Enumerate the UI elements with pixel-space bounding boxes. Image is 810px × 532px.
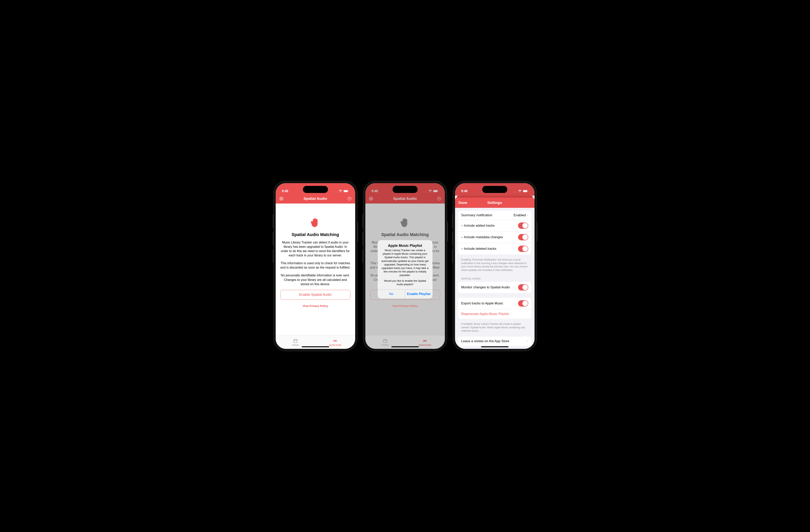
svg-rect-10 [438,191,438,192]
nav-bar: Spatial Audio [276,194,355,204]
footer-note-summary: Enabling 'Summary Notification' will sen… [458,256,531,276]
phone-3: 9:48 .... Done Settings [453,181,537,351]
modal-overlay: Apple Music Playlist Music Library Track… [366,204,445,335]
alert-dialog: Apple Music Playlist Music Library Track… [378,240,433,299]
footer-note-export: If enabled, Music Library Tracker will c… [458,321,531,337]
chevron-right-icon: › [527,213,528,217]
svg-rect-1 [344,190,348,192]
paragraph-2: This information is used only to check f… [276,261,355,270]
svg-rect-17 [523,190,527,192]
refresh-icon[interactable] [347,196,352,201]
alert-enable-button[interactable]: Enable Playlist [405,290,433,299]
row-include-deleted: – Include deleted tracks [458,243,531,255]
battery-icon [343,190,349,193]
heading: Spatial Audio Matching [276,232,355,237]
svg-point-11 [370,197,373,200]
nav-title: Spatial Audio [374,196,437,201]
row-label: – Include added tracks [461,224,495,228]
svg-point-7 [335,340,336,341]
spatial-audio-icon [333,338,338,343]
home-indicator[interactable] [481,346,508,347]
svg-rect-9 [434,190,437,192]
alert-message: Music Library Tracker can create a playl… [378,248,433,289]
tab-activity-label: Activity [382,344,389,346]
dynamic-island [482,186,507,193]
cellular-dots-icon: .... [423,190,427,193]
calendar-icon [383,338,388,343]
spatial-audio-icon [422,338,427,343]
toggle-include-added[interactable] [518,223,528,229]
paragraph-1: Music Library Tracker can detect if audi… [276,240,355,258]
alert-title: Apple Music Playlist [378,240,433,248]
toggle-include-metadata[interactable] [518,234,528,240]
wifi-icon [428,190,432,193]
svg-point-3 [280,197,283,200]
battery-icon [433,190,439,193]
hand-icon [310,217,321,228]
wifi-icon [518,190,522,193]
svg-rect-6 [294,339,297,343]
content-area: Spatial Audio Matching Music Library Tra… [276,204,355,335]
svg-point-4 [280,198,282,199]
row-label: Regenerate Apple Music Playlist [461,312,509,316]
toggle-monitor-spatial[interactable] [518,284,528,290]
phone-2: 9:48 .... Spatial Audio Spatial Audio Ma… [363,181,447,351]
privacy-policy-link[interactable]: View Privacy Policy [276,304,355,308]
toggle-include-deleted[interactable] [518,246,528,252]
toggle-export[interactable] [518,300,528,307]
alert-no-button[interactable]: No [378,290,405,299]
svg-rect-2 [348,191,349,192]
row-label: – Include deleted tracks [461,247,497,251]
section-header-spatial: SPATIAL AUDIO [458,276,531,282]
home-indicator[interactable] [302,346,329,347]
dynamic-island [392,186,418,193]
phone-1: 9:48 .... Spatial Audio Spatial Audio Ma… [273,181,357,351]
row-value: Enabled [514,213,526,217]
tab-spatial-label: Spatial Audio [419,344,431,346]
content-area-dimmed: Spatial Audio Matching Music Library Tra… [366,204,445,335]
settings-title: Settings [487,200,502,205]
row-label: Export tracks to Apple Music [461,302,503,305]
row-include-added: – Include added tracks [458,220,531,231]
tab-activity-label: Activity [292,344,299,346]
row-export-apple-music: Export tracks to Apple Music [458,298,531,309]
calendar-icon [293,338,298,343]
settings-gear-icon[interactable] [369,196,374,201]
row-monitor-spatial: Monitor changes to Spatial Audio [458,282,531,293]
status-time: 9:48 [282,189,288,193]
svg-rect-14 [383,339,387,343]
row-regenerate-playlist[interactable]: Regenerate Apple Music Playlist [458,309,531,319]
done-button[interactable]: Done [458,201,467,205]
cellular-dots-icon: .... [334,190,337,193]
status-time: 9:48 [461,189,468,193]
row-label: – Include metadata changes [461,235,503,239]
wifi-icon [339,190,342,193]
nav-title: Spatial Audio [284,196,347,201]
svg-point-12 [370,198,372,199]
refresh-icon[interactable] [437,196,442,201]
cellular-dots-icon: .... [513,190,517,193]
status-time: 9:48 [372,189,378,193]
nav-bar: Spatial Audio [366,194,445,204]
paragraph-3: No personally identifiable information i… [276,273,355,286]
row-label: Summary notification [461,213,492,217]
row-include-metadata: – Include metadata changes [458,231,531,243]
dynamic-island [303,186,328,193]
enable-spatial-audio-button[interactable]: Enable Spatial Audio [280,290,351,300]
tab-spatial-label: Spatial Audio [329,344,341,346]
svg-point-15 [424,340,425,341]
home-indicator[interactable] [391,346,419,347]
svg-rect-18 [528,191,528,192]
row-leave-review[interactable]: Leave a review on the App Store › [458,337,531,346]
row-summary-notification[interactable]: Summary notification Enabled› [458,211,531,220]
row-label: Leave a review on the App Store [461,339,509,343]
battery-icon [523,190,528,193]
row-label: Monitor changes to Spatial Audio [461,285,510,289]
chevron-right-icon: › [527,339,528,343]
settings-gear-icon[interactable] [279,196,284,201]
settings-nav: Done Settings [455,198,535,208]
